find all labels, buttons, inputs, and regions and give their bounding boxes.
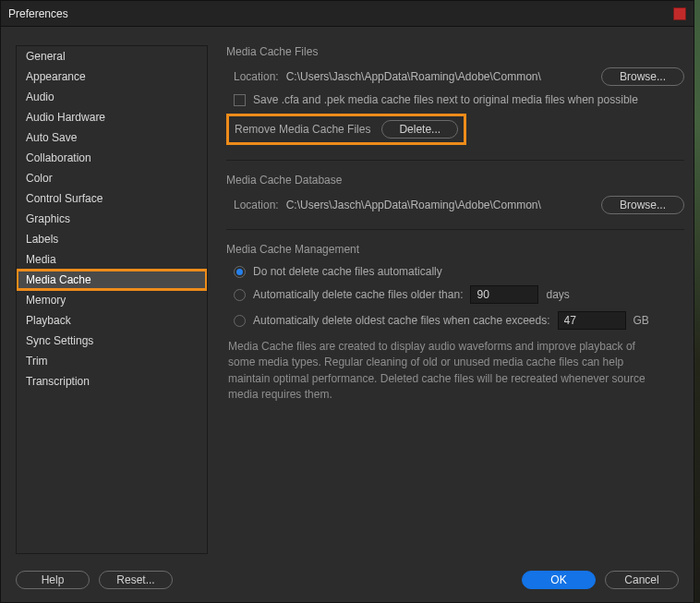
- sidebar-item-media[interactable]: Media: [17, 249, 207, 270]
- delete-button[interactable]: Delete...: [381, 120, 458, 139]
- unit-label: days: [546, 288, 569, 301]
- mgmt-opt-older-than[interactable]: Automatically delete cache files older t…: [226, 282, 684, 308]
- highlight-remove-cache: Remove Media Cache Files Delete...: [226, 114, 466, 145]
- location-label: Location:: [234, 199, 279, 211]
- footer: Help Reset... OK Cancel: [1, 561, 694, 602]
- sidebar-item-graphics[interactable]: Graphics: [17, 209, 207, 229]
- sidebar-item-audio[interactable]: Audio: [17, 87, 207, 107]
- body: GeneralAppearanceAudioAudio HardwareAuto…: [1, 27, 694, 561]
- main-panel: Media Cache Files Location: C:\Users\Jas…: [226, 45, 684, 554]
- window-edge: [694, 0, 700, 603]
- sidebar-item-auto-save[interactable]: Auto Save: [17, 127, 207, 148]
- radio-icon[interactable]: [234, 266, 246, 278]
- opt-label: Automatically delete cache files older t…: [253, 288, 463, 301]
- location-value: C:\Users\Jasch\AppData\Roaming\Adobe\Com…: [286, 199, 594, 211]
- sidebar-item-transcription[interactable]: Transcription: [17, 371, 207, 392]
- group-title: Media Cache Files: [226, 45, 684, 58]
- mgmt-opt-no-delete[interactable]: Do not delete cache files automatically: [226, 261, 684, 282]
- preferences-window: Preferences GeneralAppearanceAudioAudio …: [0, 0, 694, 603]
- opt-label: Automatically delete oldest cache files …: [253, 314, 550, 327]
- browse-button[interactable]: Browse...: [601, 196, 684, 214]
- sidebar-item-labels[interactable]: Labels: [17, 229, 207, 249]
- group-cache-files: Media Cache Files Location: C:\Users\Jas…: [226, 45, 684, 161]
- group-cache-mgmt: Media Cache Management Do not delete cac…: [226, 243, 684, 404]
- sidebar: GeneralAppearanceAudioAudio HardwareAuto…: [16, 45, 208, 554]
- sidebar-item-color[interactable]: Color: [17, 168, 207, 188]
- sidebar-list: GeneralAppearanceAudioAudio HardwareAuto…: [16, 45, 208, 554]
- sidebar-item-sync-settings[interactable]: Sync Settings: [17, 331, 207, 351]
- window-title: Preferences: [8, 7, 68, 20]
- location-label: Location:: [234, 70, 279, 83]
- sidebar-item-general[interactable]: General: [17, 46, 207, 66]
- sidebar-item-media-cache[interactable]: Media Cache: [17, 270, 207, 290]
- cache-files-location-row: Location: C:\Users\Jasch\AppData\Roaming…: [226, 64, 684, 90]
- group-title: Media Cache Database: [226, 174, 684, 187]
- save-next-row[interactable]: Save .cfa and .pek media cache files nex…: [226, 90, 684, 110]
- help-button[interactable]: Help: [16, 571, 90, 589]
- location-value: C:\Users\Jasch\AppData\Roaming\Adobe\Com…: [286, 70, 594, 83]
- radio-icon[interactable]: [234, 315, 246, 327]
- unit-label: GB: [634, 314, 649, 327]
- cache-db-location-row: Location: C:\Users\Jasch\AppData\Roaming…: [226, 192, 684, 218]
- reset-button[interactable]: Reset...: [99, 571, 173, 589]
- save-next-label: Save .cfa and .pek media cache files nex…: [253, 93, 638, 106]
- gb-input[interactable]: [558, 311, 626, 330]
- opt-label: Do not delete cache files automatically: [253, 265, 442, 278]
- ok-button[interactable]: OK: [522, 571, 596, 589]
- checkbox-icon[interactable]: [234, 94, 246, 106]
- sidebar-item-memory[interactable]: Memory: [17, 290, 207, 310]
- group-title: Media Cache Management: [226, 243, 684, 256]
- sidebar-item-trim[interactable]: Trim: [17, 351, 207, 371]
- titlebar: Preferences: [1, 1, 694, 27]
- sidebar-item-collaboration[interactable]: Collaboration: [17, 148, 207, 168]
- radio-icon[interactable]: [234, 289, 246, 301]
- cancel-button[interactable]: Cancel: [605, 571, 679, 589]
- mgmt-description: Media Cache files are created to display…: [226, 333, 684, 404]
- close-icon[interactable]: [673, 7, 686, 20]
- sidebar-item-control-surface[interactable]: Control Surface: [17, 188, 207, 209]
- group-cache-db: Media Cache Database Location: C:\Users\…: [226, 174, 684, 230]
- mgmt-opt-exceeds[interactable]: Automatically delete oldest cache files …: [226, 308, 684, 333]
- browse-button[interactable]: Browse...: [601, 67, 684, 86]
- sidebar-item-appearance[interactable]: Appearance: [17, 66, 207, 87]
- remove-cache-row: Remove Media Cache Files Delete...: [226, 110, 684, 149]
- days-input[interactable]: [470, 285, 538, 304]
- sidebar-item-audio-hardware[interactable]: Audio Hardware: [17, 107, 207, 127]
- remove-cache-label: Remove Media Cache Files: [235, 123, 370, 136]
- sidebar-item-playback[interactable]: Playback: [17, 310, 207, 331]
